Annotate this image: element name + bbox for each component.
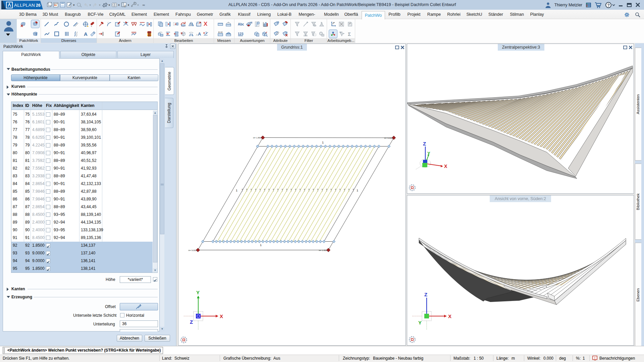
svg-text:H= 1.850: H= 1.850 bbox=[319, 249, 327, 251]
svg-text:Abc: Abc bbox=[238, 22, 244, 26]
svg-text:Y: Y bbox=[196, 290, 200, 295]
svg-text:1: 1 bbox=[357, 189, 358, 192]
svg-text:A: A bbox=[84, 31, 88, 37]
svg-text:X: X bbox=[444, 164, 447, 169]
svg-text:X: X bbox=[220, 313, 223, 319]
svg-text:!: ! bbox=[594, 356, 595, 360]
svg-text:ALLPLAN: ALLPLAN bbox=[14, 3, 35, 8]
svg-text:?: ? bbox=[607, 3, 610, 7]
svg-text:Z: Z bbox=[424, 292, 427, 297]
svg-text:Y: Y bbox=[418, 320, 422, 325]
svg-text:26: 26 bbox=[36, 3, 41, 8]
svg-text:X: X bbox=[448, 313, 451, 319]
svg-text:1: 1 bbox=[322, 141, 324, 144]
svg-text:ABC: ABC bbox=[249, 21, 252, 24]
svg-text:123: 123 bbox=[238, 32, 244, 36]
svg-text:H= 1.850: H= 1.850 bbox=[253, 137, 261, 139]
svg-text:X: X bbox=[204, 21, 208, 26]
svg-text:1: 1 bbox=[236, 189, 237, 192]
svg-text:H= 9.000: H= 9.000 bbox=[384, 137, 392, 139]
svg-text:A: A bbox=[198, 32, 201, 37]
svg-text:x: x bbox=[203, 31, 205, 35]
svg-text:2: 2 bbox=[124, 4, 126, 8]
svg-text:Y: Y bbox=[427, 151, 430, 156]
svg-text:§: § bbox=[35, 32, 37, 36]
svg-text:H= 9.000: H= 9.000 bbox=[188, 249, 197, 251]
svg-text:1: 1 bbox=[260, 243, 262, 247]
svg-text:Z: Z bbox=[423, 141, 426, 146]
svg-text:Z: Z bbox=[190, 319, 193, 325]
svg-text:Σ: Σ bbox=[348, 31, 351, 37]
